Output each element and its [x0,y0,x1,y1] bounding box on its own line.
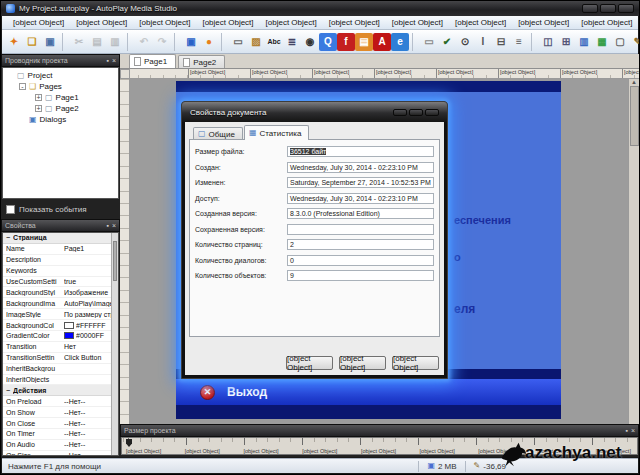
tree-expander-icon[interactable] [7,72,14,79]
label-object-icon[interactable]: Abc [265,33,283,51]
dialog-close-button[interactable] [393,109,407,116]
page-tab[interactable]: Page2 [178,55,225,68]
properties-scrollbar[interactable] [111,233,118,455]
property-row[interactable]: TransitionSettin Click Button [3,353,118,364]
pdf-object-icon[interactable]: A [373,33,391,51]
paste-icon[interactable]: ▥ [106,33,124,51]
tree-item[interactable]: - ❏ Pages [3,81,118,92]
property-row[interactable]: On Close --Нет-- [3,418,118,429]
flash-object-icon[interactable]: f [337,33,355,51]
close-button[interactable] [618,4,634,13]
scroll-up-icon[interactable]: ▲ [631,79,637,85]
dialog-title-bar[interactable]: Свойства документа [182,102,447,122]
input-object-icon[interactable]: I [474,33,492,51]
property-row[interactable]: On Timer --Нет-- [3,429,118,440]
property-row[interactable]: ImageStyle По размеру стр [3,309,118,320]
menu-item[interactable]: [object Object] [260,17,323,28]
radio-object-icon[interactable]: ⊙ [456,33,474,51]
menu-item[interactable]: [object Object] [133,17,196,28]
save-icon[interactable]: ▣ [41,33,59,51]
dialog-editor-icon[interactable]: ◫ [539,33,557,51]
image-object-icon[interactable]: ▨ [247,33,265,51]
redo-icon[interactable]: ↷ [153,33,171,51]
paragraph-object-icon[interactable]: ≣ [283,33,301,51]
button-object-icon[interactable]: ▭ [229,33,247,51]
menu-item[interactable]: [object Object] [7,17,70,28]
pin-icon[interactable]: ▪ [625,427,627,434]
exit-button[interactable]: ✕ Выход [176,379,561,405]
open-project-icon[interactable]: ❏ [23,33,41,51]
page-tab[interactable]: Page1 [129,54,176,68]
publish-icon[interactable]: ● [200,33,218,51]
xbutton-object-icon[interactable]: ▭ [420,33,438,51]
web-object-icon[interactable]: e [391,33,409,51]
new-project-icon[interactable]: ✦ [5,33,23,51]
menu-item[interactable]: [object Object] [196,17,259,28]
field-value[interactable]: Wednesday, July 30, 2014 - 02:23:10 PM [287,193,434,204]
design-canvas[interactable]: еспечения о еля ✕ Выход Свойства докумен… [120,79,639,424]
selection-tool-icon[interactable]: ▢ [611,33,629,51]
field-value[interactable]: 9 [287,270,434,281]
field-value[interactable]: 36512 байт [287,146,434,157]
tree-item[interactable]: + ▢ Page2 [3,103,118,114]
field-value[interactable]: 8.3.0.0 (Professional Edition) [287,208,434,219]
tree-item[interactable]: ▢ Project [3,70,118,81]
project-panels-icon[interactable]: ▦ [593,33,611,51]
slideshow-object-icon[interactable]: ▤ [355,33,373,51]
dialog-button[interactable]: [object Object] [392,356,439,370]
grid-icon[interactable]: ⊞ [557,33,575,51]
preview-icon[interactable]: ▣ [182,33,200,51]
property-row[interactable]: UseCustomSetti true [3,277,118,288]
tree-expander-icon[interactable]: + [35,94,42,101]
property-row[interactable]: On Preload --Нет-- [3,396,118,407]
minimize-button[interactable] [582,4,598,13]
menu-item[interactable]: [object Object] [386,17,449,28]
field-value[interactable] [287,224,434,235]
property-row[interactable]: On Show --Нет-- [3,407,118,418]
quicktime-object-icon[interactable]: Q [319,33,337,51]
maximize-button[interactable] [600,4,616,13]
property-row[interactable]: Transition Нет [3,342,118,353]
property-row[interactable]: Keywords [3,266,118,277]
tree-expander-icon[interactable] [19,116,26,123]
property-row[interactable]: Description [3,255,118,266]
menu-item[interactable]: [object Object] [323,17,386,28]
property-row[interactable]: InheritObjects [3,375,118,386]
dialog-tab[interactable]: ▦ Статистика [244,125,310,140]
dialog-button[interactable]: [object Object] [286,356,333,370]
tree-item[interactable]: ▣ Dialogs [3,114,118,125]
close-icon[interactable]: × [112,57,116,64]
tree-expander-icon[interactable]: - [19,83,26,90]
cut-icon[interactable]: ✂ [70,33,88,51]
property-row[interactable]: InheritBackgrou [3,364,118,375]
field-value[interactable]: Saturday, September 27, 2014 - 10:52:53 … [287,177,434,188]
panes-icon[interactable]: ▥ [575,33,593,51]
property-row[interactable]: BackgroundCol #FFFFFF [3,320,118,331]
checkbox-object-icon[interactable]: ✔ [438,33,456,51]
listbox-object-icon[interactable]: ≡ [510,33,528,51]
pin-icon[interactable]: ▪ [106,57,108,64]
close-icon[interactable]: × [112,222,116,229]
property-row[interactable]: On Size --Нет-- [3,451,118,456]
scrollbar-thumb[interactable] [630,86,639,146]
field-value[interactable]: 2 [287,239,434,250]
combobox-object-icon[interactable]: ⊟ [492,33,510,51]
copy-icon[interactable]: ▤ [88,33,106,51]
video-object-icon[interactable]: ◉ [301,33,319,51]
dialog-close-button[interactable] [409,109,423,116]
dialog-close-button[interactable] [425,109,439,116]
dialog-button[interactable]: [object Object] [339,356,386,370]
field-value[interactable]: Wednesday, July 30, 2014 - 02:23:10 PM [287,162,434,173]
menu-item[interactable]: [object Object] [449,17,512,28]
undo-icon[interactable]: ↶ [135,33,153,51]
menu-item[interactable]: [object Object] [70,17,133,28]
menu-item[interactable]: [object Object] [512,17,575,28]
field-value[interactable]: 0 [287,255,434,266]
pencil-tool-icon[interactable]: ✎ [629,33,640,51]
property-row[interactable]: Name Page1 [3,244,118,255]
property-row[interactable]: GradientColor #0000FF [3,331,118,342]
close-icon[interactable]: × [631,427,635,434]
property-row[interactable]: BackgroundIma AutoPlay\Image [3,298,118,309]
tree-expander-icon[interactable]: + [35,105,42,112]
property-row[interactable]: Действия [3,385,118,396]
